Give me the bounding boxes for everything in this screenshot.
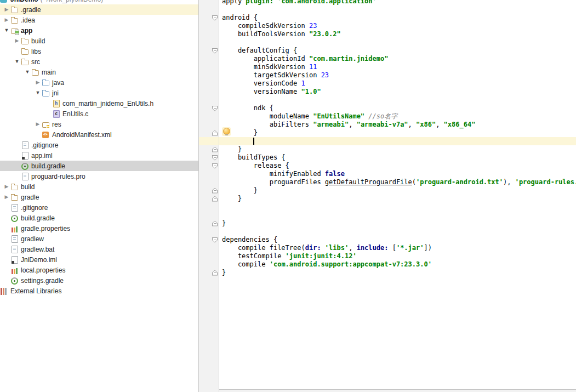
code-line[interactable]: dependencies { <box>199 236 576 244</box>
tree-item-app[interactable]: ▼app <box>0 25 198 36</box>
project-path: (~/work_prj/JniDemo) <box>41 0 103 3</box>
code-line[interactable]: } <box>199 195 576 203</box>
tree-item-gitignore[interactable]: .gitignore <box>0 202 198 213</box>
code-line[interactable]: versionCode 1 <box>199 79 576 88</box>
tree-item-gitignore[interactable]: .gitignore <box>0 140 198 150</box>
gutter-cell <box>199 112 219 121</box>
code-text <box>219 211 222 219</box>
editor-panel[interactable]: apply plugin: 'com.android.application'a… <box>199 0 576 392</box>
tree-item-proguard-rules-pro[interactable]: proguard-rules.pro <box>0 171 198 181</box>
expand-arrow-icon[interactable]: ▶ <box>3 15 10 25</box>
collapse-arrow-icon[interactable]: ▼ <box>34 88 42 98</box>
tree-item-jnidemo[interactable]: ▼JniDemo (~/work_prj/JniDemo) <box>0 0 198 4</box>
tree-item-app-iml[interactable]: app.iml <box>0 150 198 161</box>
code-line[interactable]: targetSdkVersion 23 <box>199 71 576 79</box>
code-line[interactable]: defaultConfig { <box>199 47 576 55</box>
tree-item-gradlew[interactable]: gradlew <box>0 234 198 244</box>
code-line[interactable]: ndk { <box>199 104 576 112</box>
tree-item-enutils-c[interactable]: EnUtils.c <box>0 109 198 119</box>
intention-bulb-icon[interactable] <box>222 127 231 136</box>
tree-item-label: res <box>52 121 61 128</box>
fold-marker-icon[interactable] <box>212 196 218 202</box>
fold-marker-icon[interactable] <box>212 48 218 54</box>
collapse-arrow-icon[interactable]: ▼ <box>24 67 31 77</box>
code-text: buildToolsVersion "23.0.2" <box>219 30 341 38</box>
code-line[interactable]: android { <box>199 14 576 22</box>
code-text: versionName "1.0" <box>219 88 321 96</box>
fold-marker-icon[interactable] <box>212 147 218 152</box>
tree-item-build-gradle[interactable]: build.gradle <box>0 161 198 171</box>
code-area: apply plugin: 'com.android.application'a… <box>199 0 576 277</box>
code-line[interactable]: compile 'com.android.support:appcompat-v… <box>199 260 576 269</box>
expand-arrow-icon[interactable]: ▶ <box>3 181 10 192</box>
manifest-icon <box>42 130 50 139</box>
tree-item-res[interactable]: ▶res <box>0 119 198 129</box>
code-line[interactable]: testCompile 'junit:junit:4.12' <box>199 252 576 260</box>
fold-marker-icon[interactable] <box>212 130 218 136</box>
code-line[interactable] <box>199 228 576 236</box>
code-line[interactable]: compileSdkVersion 23 <box>199 22 576 30</box>
fold-marker-icon[interactable] <box>212 188 218 194</box>
code-line[interactable]: buildTypes { <box>199 154 576 162</box>
fold-marker-icon[interactable] <box>212 270 218 276</box>
code-line[interactable] <box>199 5 576 14</box>
tree-item-gradle[interactable]: ▶gradle <box>0 192 198 202</box>
code-line[interactable]: buildToolsVersion "23.0.2" <box>199 30 576 38</box>
expand-arrow-icon[interactable]: ▶ <box>34 119 42 129</box>
code-line[interactable] <box>199 96 576 104</box>
code-line[interactable]: minSdkVersion 11 <box>199 63 576 71</box>
tree-item-com-martin-jnidemo-enutils-h[interactable]: com_martin_jnidemo_EnUtils.h <box>0 98 198 109</box>
code-line[interactable] <box>199 38 576 47</box>
fold-marker-icon[interactable] <box>212 237 218 243</box>
tree-item-gradle[interactable]: ▶.gradle <box>0 4 198 15</box>
code-line[interactable]: applicationId "com.martin.jnidemo" <box>199 55 576 63</box>
tree-item-build[interactable]: ▶build <box>0 36 198 46</box>
expand-arrow-icon[interactable]: ▶ <box>13 36 21 46</box>
folder-icon <box>10 183 19 191</box>
tree-item-local-properties[interactable]: local.properties <box>0 265 198 275</box>
expand-arrow-icon[interactable]: ▶ <box>34 77 42 88</box>
tree-item-libs[interactable]: libs <box>0 46 198 56</box>
code-line[interactable]: } <box>199 219 576 228</box>
code-text: release { <box>219 162 289 170</box>
code-line[interactable] <box>199 203 576 211</box>
tree-item-jni[interactable]: ▼jni <box>0 88 198 98</box>
tree-item-jnidemo-iml[interactable]: JniDemo.iml <box>0 254 198 265</box>
collapse-arrow-icon[interactable]: ▼ <box>13 56 21 67</box>
code-line[interactable]: compile fileTree(dir: 'libs', include: [… <box>199 244 576 252</box>
tree-item-settings-gradle[interactable]: settings.gradle <box>0 275 198 286</box>
tree-item-java[interactable]: ▶java <box>0 77 198 88</box>
code-line[interactable]: release { <box>199 162 576 170</box>
tree-item-idea[interactable]: ▶.idea <box>0 15 198 25</box>
code-line[interactable] <box>199 211 576 219</box>
tree-item-gradlew-bat[interactable]: gradlew.bat <box>0 244 198 254</box>
fold-marker-icon[interactable] <box>212 155 218 161</box>
tree-item-build[interactable]: ▶build <box>0 181 198 192</box>
code-line[interactable]: versionName "1.0" <box>199 88 576 96</box>
code-line[interactable]: } <box>199 186 576 195</box>
tree-item-main[interactable]: ▼main <box>0 67 198 77</box>
fold-marker-icon[interactable] <box>212 106 218 111</box>
code-line[interactable]: apply plugin: 'com.android.application' <box>199 0 576 5</box>
folder-blue-icon <box>42 78 50 87</box>
tree-item-label: app.iml <box>31 152 53 160</box>
code-line[interactable]: } <box>199 129 576 137</box>
code-line[interactable]: } <box>199 269 576 277</box>
code-line[interactable]: } <box>199 145 576 154</box>
code-line[interactable]: moduleName "EnUtilsName" //so名字 <box>199 112 576 121</box>
tree-item-src[interactable]: ▼src <box>0 56 198 67</box>
code-line[interactable] <box>199 137 576 145</box>
code-line[interactable]: minifyEnabled false <box>199 170 576 178</box>
expand-arrow-icon[interactable]: ▶ <box>3 4 10 15</box>
tree-item-external-libraries[interactable]: External Libraries <box>0 286 198 296</box>
tree-item-gradle-properties[interactable]: gradle.properties <box>0 223 198 234</box>
tree-item-androidmanifest-xml[interactable]: AndroidManifest.xml <box>0 129 198 140</box>
expand-arrow-icon[interactable]: ▶ <box>3 192 10 202</box>
fold-marker-icon[interactable] <box>212 221 218 226</box>
fold-marker-icon[interactable] <box>212 15 218 21</box>
code-line[interactable]: abiFilters "armeabi", "armeabi-v7a", "x8… <box>199 121 576 129</box>
code-line[interactable]: proguardFiles getDefaultProguardFile('pr… <box>199 178 576 186</box>
collapse-arrow-icon[interactable]: ▼ <box>3 25 10 36</box>
tree-item-build-gradle[interactable]: build.gradle <box>0 213 198 223</box>
fold-marker-icon[interactable] <box>212 163 218 169</box>
